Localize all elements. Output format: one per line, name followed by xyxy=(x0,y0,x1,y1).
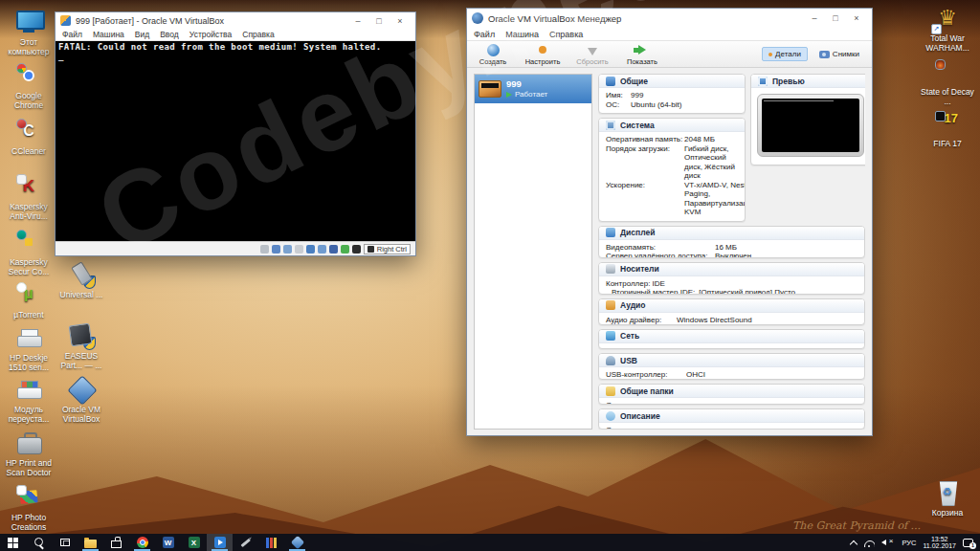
desktop-icon-this-pc[interactable]: Этот компьютер xyxy=(2,8,56,56)
easeus-icon xyxy=(67,321,96,350)
show-button[interactable]: Показать xyxy=(623,43,661,66)
desktop-icon-hp-printer[interactable]: HP Deskje 1510 seri... xyxy=(2,323,56,372)
hard-disks-icon[interactable] xyxy=(260,245,269,253)
menu-devices[interactable]: Устройства xyxy=(189,30,232,39)
discard-button[interactable]: Сбросить xyxy=(573,43,612,66)
vm-window-titlebar[interactable]: 999 [Работает] - Oracle VM VirtualBox – … xyxy=(56,12,415,29)
usb-section-icon xyxy=(606,356,615,365)
pen-app-button[interactable] xyxy=(233,534,258,551)
notifications-icon[interactable]: 1 xyxy=(963,539,973,547)
usb-icon[interactable] xyxy=(283,245,292,253)
vm-thumbnail xyxy=(479,80,501,98)
refresh-icon[interactable] xyxy=(341,245,349,253)
desktop-icon-hp-doctor[interactable]: HP Print and Scan Doctor xyxy=(2,429,56,477)
detail-row: Контроллер: IDE xyxy=(606,279,858,289)
menu-file[interactable]: Файл xyxy=(474,30,495,39)
menu-machine[interactable]: Машина xyxy=(93,30,124,39)
desktop-icon-utorrent[interactable]: µTorrent xyxy=(2,280,56,320)
detail-row: Порядок загрузки:Гибкий диск, Оптический… xyxy=(606,144,738,181)
menu-machine[interactable]: Машина xyxy=(505,30,539,39)
icon-label: CCleaner xyxy=(2,147,56,157)
new-vm-button[interactable]: Создать xyxy=(474,43,512,66)
display-icon[interactable] xyxy=(306,245,315,253)
wifi-icon[interactable] xyxy=(863,539,875,547)
icon-label: FIFA 17 xyxy=(921,140,974,149)
desktop-icon-hp-photo[interactable]: HP Photo Creations xyxy=(2,483,56,532)
icon-label: Kaspersky Anti-Viru... xyxy=(2,203,56,221)
search-button[interactable] xyxy=(26,534,52,551)
language-indicator[interactable]: РУС xyxy=(902,539,916,547)
detail-row: Сервер удалённого доступа:Выключен xyxy=(606,252,858,258)
storage-section-icon xyxy=(606,264,615,274)
desktop-icon-state-of-decay[interactable]: State of Decay ... xyxy=(921,57,974,106)
desktop-icon-fifa-17[interactable]: FIFA 17 xyxy=(921,109,974,149)
desktop-icon-recycle-bin[interactable]: Корзина xyxy=(921,478,974,518)
manager-title: Oracle VM VirtualBox Менеджер xyxy=(488,13,799,24)
utorrent-icon xyxy=(14,280,43,309)
vm-list-item-selected[interactable]: 999 Работает xyxy=(475,75,591,103)
winrar-taskbar-button[interactable] xyxy=(258,534,284,551)
task-view-button[interactable] xyxy=(52,534,78,551)
menu-file[interactable]: Файл xyxy=(62,30,82,39)
virtualbox-taskbar-button[interactable] xyxy=(284,534,310,551)
snapshots-view-button[interactable]: Снимки xyxy=(813,48,865,60)
active-app-button[interactable] xyxy=(207,534,233,551)
chrome-taskbar-button[interactable] xyxy=(129,534,155,551)
desktop-icon-easeus[interactable]: EASEUS Part... — ... xyxy=(55,321,108,370)
menu-input[interactable]: Ввод xyxy=(160,30,179,39)
store-button[interactable] xyxy=(103,534,129,551)
features-icon[interactable] xyxy=(329,245,338,253)
tray-chevron-icon[interactable] xyxy=(850,540,858,547)
close-button[interactable]: × xyxy=(846,11,867,26)
desktop-icon-print-module[interactable]: Модуль переуста... xyxy=(2,375,56,424)
excel-icon: X xyxy=(189,537,200,548)
detail-row: Вторичный мастер IDE:[Оптический привод]… xyxy=(606,288,858,295)
preview-section-icon xyxy=(758,77,768,86)
desktop-icon-kaspersky-av[interactable]: Kaspersky Anti-Viru... xyxy=(2,172,56,221)
menu-help[interactable]: Справка xyxy=(549,30,583,39)
desktop-icon-kaspersky-secure[interactable]: Kaspersky Secur Co... xyxy=(2,228,56,276)
video-capture-icon[interactable] xyxy=(318,245,326,253)
section-title: Превью xyxy=(772,77,805,86)
minimize-button[interactable]: – xyxy=(347,13,368,28)
word-taskbar-button[interactable]: W xyxy=(155,534,181,551)
kaspersky-av-icon xyxy=(14,172,43,201)
print-module-icon xyxy=(14,375,43,404)
volume-muted-icon[interactable] xyxy=(881,538,895,547)
maximize-button[interactable]: □ xyxy=(825,11,846,26)
close-button[interactable]: × xyxy=(390,13,411,28)
icon-label: Universal ... xyxy=(55,291,108,300)
discard-arrow-icon xyxy=(588,48,597,55)
desktop-icon-ccleaner[interactable]: CCleaner xyxy=(2,117,56,157)
vm-console-screen[interactable]: FATAL: Could not read from the boot medi… xyxy=(56,41,415,241)
section-description: Описание Отсутствует xyxy=(598,408,865,430)
file-explorer-button[interactable] xyxy=(78,534,103,551)
shared-folders-icon[interactable] xyxy=(295,245,303,253)
start-button[interactable] xyxy=(0,534,26,551)
desktop-icon-virtualbox[interactable]: Oracle VM VirtualBox xyxy=(55,375,108,424)
clock[interactable]: 13:52 11.02.2017 xyxy=(923,536,956,550)
detail-row: Ускорение:VT-x/AMD-V, Nested Paging, Пар… xyxy=(606,181,738,217)
menu-help[interactable]: Справка xyxy=(242,30,274,39)
wallpaper-caption: The Great Pyramid of ... xyxy=(792,519,921,532)
manager-titlebar[interactable]: Oracle VM VirtualBox Менеджер – □ × xyxy=(467,9,872,28)
desktop-icon-chrome[interactable]: Google Chrome xyxy=(2,61,56,110)
chrome-icon xyxy=(137,537,148,548)
vm-app-icon xyxy=(60,15,71,26)
settings-button[interactable]: Настроить xyxy=(523,43,562,66)
gear-icon xyxy=(539,46,546,54)
excel-taskbar-button[interactable]: X xyxy=(181,534,207,551)
menu-view[interactable]: Вид xyxy=(135,30,149,39)
maximize-button[interactable]: □ xyxy=(368,13,390,28)
network-icon[interactable] xyxy=(272,245,280,253)
section-audio: Аудио Аудио драйвер:Windows DirectSound … xyxy=(598,298,865,325)
mouse-icon[interactable] xyxy=(352,245,361,253)
kaspersky-secure-icon xyxy=(14,228,43,256)
details-view-button[interactable]: Детали xyxy=(762,47,808,61)
minimize-button[interactable]: – xyxy=(804,11,825,26)
desktop-icon-universal-usb[interactable]: Universal ... xyxy=(55,260,108,300)
preview-screen[interactable] xyxy=(762,99,859,152)
icon-label: HP Print and Scan Doctor xyxy=(2,459,56,477)
desktop-icon-total-war[interactable]: Total War WARHAM... xyxy=(921,4,974,53)
vm-list[interactable]: 999 Работает xyxy=(474,74,592,430)
